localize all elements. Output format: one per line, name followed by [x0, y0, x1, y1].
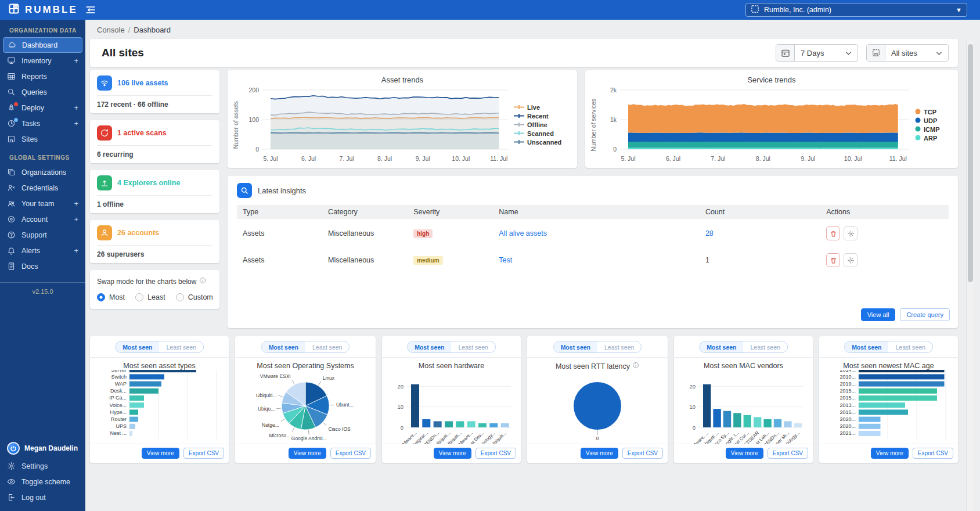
sidebar-item-log-out[interactable]: Log out — [0, 490, 85, 505]
sidebar-item-docs[interactable]: Docs — [0, 258, 85, 274]
delete-insight-button[interactable] — [826, 253, 840, 267]
configure-insight-button[interactable] — [844, 226, 858, 240]
legend-item-scanned[interactable]: Scanned — [514, 130, 561, 137]
most-least-toggle: Most seenLeast seen — [553, 341, 642, 353]
sidebar-item-sites[interactable]: Sites — [0, 131, 85, 147]
svg-text:0: 0 — [692, 424, 695, 430]
legend-marker — [514, 113, 524, 120]
most-seen-tab[interactable]: Most seen — [845, 341, 888, 352]
svg-text:2014...: 2014... — [840, 370, 856, 372]
stat-card-26-accounts[interactable]: 26 accounts26 superusers — [90, 220, 219, 263]
expand-plus-icon[interactable]: + — [74, 215, 81, 224]
view-more-button[interactable]: View more — [434, 448, 471, 459]
view-more-button[interactable]: View more — [726, 448, 763, 459]
view-more-button[interactable]: View more — [289, 448, 326, 459]
sidebar-item-support[interactable]: Support — [0, 227, 85, 243]
sidebar-item-deploy[interactable]: Deploy+ — [0, 100, 85, 116]
sidebar-item-label: Settings — [21, 462, 81, 470]
breadcrumb-dashboard[interactable]: Dashboard — [134, 26, 171, 34]
legend-item-unscanned[interactable]: Unscanned — [514, 139, 561, 146]
radio-least[interactable] — [135, 293, 143, 301]
legend-marker — [514, 139, 524, 146]
sidebar-item-label: Alerts — [21, 247, 69, 255]
stat-column: 106 live assets172 recent · 66 offline1 … — [90, 70, 219, 328]
legend-item-tcp[interactable]: TCP — [915, 109, 940, 116]
view-more-button[interactable]: View more — [581, 448, 618, 459]
sidebar-item-reports[interactable]: Reports — [0, 69, 85, 84]
stat-card-1-active-scans[interactable]: 1 active scans6 recurring — [90, 120, 219, 163]
user-menu[interactable]: Megan Daudelin — [0, 438, 85, 458]
sidebar-item-label: Organizations — [21, 168, 81, 177]
legend-item-recent[interactable]: Recent — [514, 113, 561, 120]
expand-plus-icon[interactable]: + — [74, 246, 81, 255]
insight-count-link[interactable]: 28 — [705, 229, 714, 237]
sidebar-item-toggle-scheme[interactable]: Toggle scheme — [0, 474, 85, 490]
stat-card-4-explorers-online[interactable]: 4 Explorers online1 offline — [90, 170, 219, 213]
date-range-select[interactable]: 7 Days — [795, 45, 858, 61]
svg-text:Desk...: Desk... — [110, 388, 126, 394]
least-seen-tab[interactable]: Least seen — [451, 341, 495, 352]
radio-most[interactable] — [97, 293, 105, 301]
insights-col-name: Name — [493, 205, 700, 219]
least-seen-tab[interactable]: Least seen — [888, 341, 932, 352]
expand-plus-icon[interactable]: + — [74, 103, 81, 112]
most-seen-tab[interactable]: Most seen — [554, 341, 597, 352]
sidebar-item-queries[interactable]: Queries — [0, 84, 85, 100]
sidebar-item-dashboard[interactable]: Dashboard — [3, 37, 82, 53]
sidebar-item-settings[interactable]: Settings — [0, 458, 85, 474]
stat-card-106-live-assets[interactable]: 106 live assets172 recent · 66 offline — [90, 70, 219, 113]
sidebar-collapse-icon[interactable] — [85, 5, 96, 15]
export-csv-button[interactable]: Export CSV — [330, 448, 371, 459]
insight-name-link[interactable]: Test — [499, 256, 512, 264]
export-csv-button[interactable]: Export CSV — [622, 448, 663, 459]
site-filter-select[interactable]: All sites — [885, 45, 948, 61]
export-csv-button[interactable]: Export CSV — [768, 448, 808, 459]
export-csv-button[interactable]: Export CSV — [475, 448, 516, 459]
expand-plus-icon[interactable]: + — [74, 119, 81, 128]
least-seen-tab[interactable]: Least seen — [597, 341, 641, 352]
sidebar-item-organizations[interactable]: Organizations — [0, 164, 85, 180]
sidebar-item-tasks[interactable]: Tasks+ — [0, 116, 85, 131]
svg-text:Ubunt...: Ubunt... — [336, 402, 354, 408]
insights-title: Latest insights — [258, 186, 306, 195]
most-seen-tab[interactable]: Most seen — [116, 341, 159, 352]
delete-insight-button[interactable] — [826, 226, 840, 240]
sidebar-item-your-team[interactable]: Your team+ — [0, 196, 85, 211]
legend-item-live[interactable]: Live — [514, 104, 561, 111]
legend-item-arp[interactable]: ARP — [915, 135, 940, 142]
least-seen-tab[interactable]: Least seen — [305, 341, 349, 352]
view-all-button[interactable]: View all — [861, 308, 896, 321]
configure-insight-button[interactable] — [844, 253, 858, 267]
create-query-button[interactable]: Create query — [900, 308, 950, 321]
most-seen-tab[interactable]: Most seen — [700, 341, 743, 352]
view-more-button[interactable]: View more — [871, 448, 909, 459]
accounts-icon — [97, 225, 112, 240]
sidebar-item-alerts[interactable]: Alerts+ — [0, 243, 85, 258]
insight-name-link[interactable]: All alive assets — [499, 229, 547, 237]
sidebar-item-credentials[interactable]: Credentials — [0, 180, 85, 196]
breadcrumb-console[interactable]: Console — [97, 26, 125, 34]
sidebar-item-inventory[interactable]: Inventory+ — [0, 53, 85, 69]
swap-option-least[interactable]: Least — [135, 293, 165, 301]
view-more-button[interactable]: View more — [142, 448, 179, 459]
swap-option-custom[interactable]: Custom — [176, 293, 213, 301]
expand-plus-icon[interactable]: + — [74, 56, 81, 65]
legend-item-icmp[interactable]: ICMP — [915, 126, 940, 133]
export-csv-button[interactable]: Export CSV — [183, 448, 224, 459]
least-seen-tab[interactable]: Least seen — [743, 341, 787, 352]
most-seen-tab[interactable]: Most seen — [262, 341, 305, 352]
radio-custom[interactable] — [176, 293, 184, 301]
brand[interactable]: RUMBLE — [8, 3, 78, 17]
export-csv-button[interactable]: Export CSV — [913, 448, 953, 459]
sidebar-item-label: Dashboard — [22, 41, 80, 49]
legend-item-udp[interactable]: UDP — [915, 117, 940, 124]
least-seen-tab[interactable]: Least seen — [159, 341, 203, 352]
expand-plus-icon[interactable]: + — [74, 199, 81, 208]
legend-item-offline[interactable]: Offline — [514, 121, 561, 128]
org-selector[interactable]: Rumble, Inc. (admin) ▼ — [745, 3, 967, 17]
scrollbar[interactable] — [966, 41, 974, 511]
swap-option-most[interactable]: Most — [97, 293, 125, 301]
scrollbar-thumb[interactable] — [968, 44, 973, 282]
most-seen-tab[interactable]: Most seen — [408, 341, 451, 352]
sidebar-item-account[interactable]: Account+ — [0, 211, 85, 227]
